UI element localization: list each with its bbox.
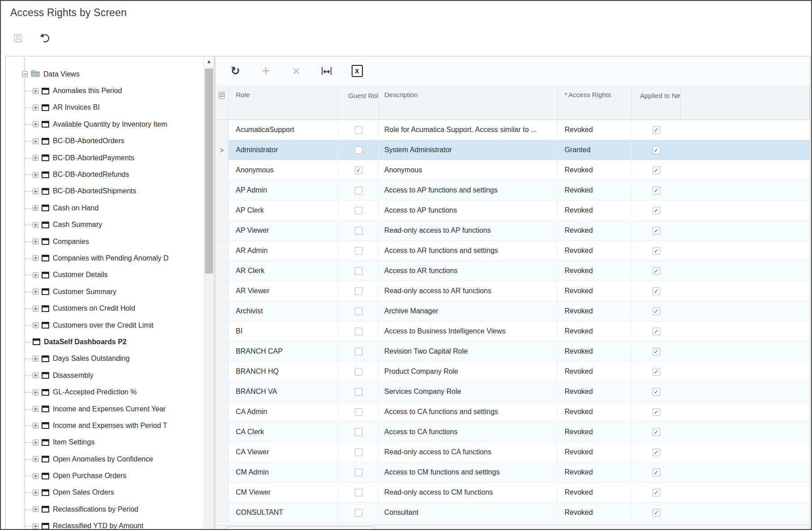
guest-role-checkbox[interactable] — [355, 408, 362, 416]
description-cell[interactable]: Access to Business Intelligence Views — [379, 321, 558, 342]
tree-item-open-purchase-orders[interactable]: Open Purchase Orders — [6, 467, 204, 484]
guest-role-checkbox[interactable] — [355, 328, 362, 335]
description-cell[interactable]: Anonymous — [379, 160, 558, 180]
guest-role-checkbox[interactable] — [355, 207, 362, 214]
tree-root-data-views[interactable]: Data Views — [6, 66, 204, 82]
access-rights-cell[interactable]: Revoked — [558, 201, 632, 221]
guest-role-checkbox[interactable] — [355, 287, 362, 295]
guest-role-checkbox[interactable] — [355, 348, 362, 355]
access-rights-cell[interactable]: Revoked — [558, 281, 632, 301]
grid-horizontal-scrollbar[interactable] — [215, 525, 810, 530]
role-cell[interactable]: AR Clerk — [229, 261, 339, 281]
collapse-expander-icon[interactable] — [22, 71, 28, 77]
scroll-up-button[interactable]: ▲ — [204, 56, 214, 66]
applied-to-nested-checkbox[interactable]: ✓ — [653, 287, 660, 295]
tree-item-cash-on-hand[interactable]: Cash on Hand — [6, 200, 204, 216]
tree-item-companies[interactable]: Companies — [6, 233, 204, 250]
refresh-button[interactable]: ↻ — [229, 64, 242, 78]
description-cell[interactable]: Product Company Role — [379, 362, 558, 382]
applied-to-nested-checkbox[interactable]: ✓ — [653, 408, 660, 416]
tree-item-income-and-expenses-current-year[interactable]: Income and Expenses Current Year — [6, 401, 204, 417]
expand-plus-icon[interactable] — [33, 506, 38, 512]
guest-role-checkbox[interactable] — [355, 146, 362, 154]
expand-plus-icon[interactable] — [33, 172, 38, 178]
row-indicator-cell[interactable] — [215, 281, 229, 301]
tree-item-open-sales-orders[interactable]: Open Sales Orders — [6, 484, 204, 501]
expand-plus-icon[interactable] — [33, 105, 38, 111]
tree-item-dataself-dashboards-p2[interactable]: DataSelf Dashboards P2 — [6, 333, 204, 350]
role-cell[interactable]: CA Admin — [229, 402, 339, 422]
description-cell[interactable]: Access to AR functions and settings — [379, 241, 558, 261]
access-rights-cell[interactable]: Revoked — [558, 503, 632, 523]
guest-role-checkbox[interactable] — [355, 187, 362, 194]
expand-plus-icon[interactable] — [33, 473, 38, 479]
applied-to-nested-checkbox[interactable]: ✓ — [653, 126, 660, 134]
description-cell[interactable]: Access to CA functions — [379, 422, 558, 442]
tree-item-income-and-expenses-with-period-t[interactable]: Income and Expenses with Period T — [6, 417, 204, 434]
grid-settings-header-cell[interactable] — [215, 86, 229, 120]
export-to-excel-button[interactable]: X — [350, 64, 364, 78]
save-button[interactable] — [10, 31, 26, 47]
description-cell[interactable]: Services Company Role — [379, 382, 558, 402]
row-indicator-cell[interactable] — [215, 382, 229, 402]
role-cell[interactable]: CA Clerk — [229, 422, 339, 442]
add-row-button[interactable]: + — [259, 64, 272, 78]
row-indicator-cell[interactable] — [215, 261, 229, 281]
expand-plus-icon[interactable] — [33, 222, 38, 228]
description-cell[interactable]: Consultant — [379, 503, 558, 523]
description-cell[interactable]: Read-only access to AP functions — [379, 221, 558, 241]
undo-button[interactable] — [38, 31, 53, 47]
row-indicator-cell[interactable] — [215, 321, 229, 342]
access-rights-cell[interactable]: Revoked — [558, 442, 632, 462]
role-cell[interactable]: CM Viewer — [229, 483, 339, 503]
access-rights-cell[interactable]: Revoked — [558, 221, 632, 241]
access-rights-cell[interactable]: Revoked — [558, 120, 632, 140]
expand-plus-icon[interactable] — [33, 239, 38, 244]
guest-role-checkbox[interactable] — [355, 428, 362, 436]
expand-plus-icon[interactable] — [33, 406, 38, 412]
role-cell[interactable]: AR Admin — [229, 241, 339, 261]
applied-to-nested-checkbox[interactable]: ✓ — [653, 388, 660, 396]
row-indicator-cell[interactable] — [215, 422, 229, 442]
role-cell[interactable]: BI — [229, 321, 339, 342]
role-cell[interactable]: CONSULTANT — [229, 503, 339, 523]
row-indicator-cell[interactable] — [215, 503, 229, 523]
guest-role-checkbox[interactable]: ✓ — [355, 167, 362, 174]
row-indicator-cell[interactable] — [215, 402, 229, 422]
tree-item-anomalies-this-period[interactable]: Anomalies this Period — [6, 82, 204, 99]
expand-plus-icon[interactable] — [33, 372, 38, 378]
access-rights-cell[interactable]: Revoked — [558, 160, 632, 180]
access-rights-cell[interactable]: Revoked — [558, 483, 632, 503]
guest-role-checkbox[interactable] — [355, 267, 362, 275]
applied-to-nested-checkbox[interactable]: ✓ — [653, 308, 660, 315]
access-rights-cell[interactable]: Revoked — [558, 301, 632, 321]
tree-scrollbar[interactable]: ▲ — [204, 56, 214, 530]
tree-scrollbar-thumb[interactable] — [205, 68, 213, 274]
row-indicator-cell[interactable] — [215, 160, 229, 180]
role-cell[interactable]: Archivist — [229, 301, 339, 321]
guest-role-checkbox[interactable] — [355, 308, 362, 315]
guest-role-checkbox[interactable] — [355, 469, 362, 476]
applied-to-nested-checkbox[interactable]: ✓ — [653, 167, 660, 174]
grid-hscroll-thumb[interactable] — [225, 526, 375, 530]
expand-plus-icon[interactable] — [33, 272, 38, 278]
role-cell[interactable]: Anonymous — [229, 160, 339, 180]
guest-role-checkbox[interactable] — [355, 449, 362, 456]
applied-to-nested-checkbox[interactable]: ✓ — [653, 449, 660, 456]
tree-item-days-sales-outstanding[interactable]: Days Sales Outstanding — [6, 350, 204, 367]
column-header-applied-to-nested[interactable]: Applied to Nested — [632, 86, 681, 120]
role-cell[interactable]: AcumaticaSupport — [229, 120, 339, 140]
column-header-role[interactable]: Role — [229, 86, 339, 120]
role-cell[interactable]: AP Admin — [229, 180, 339, 201]
tree-item-customer-summary[interactable]: Customer Summary — [6, 283, 204, 300]
expand-plus-icon[interactable] — [33, 356, 38, 362]
access-rights-cell[interactable]: Granted — [558, 140, 632, 160]
column-header-access-rights[interactable]: *Access Rights — [558, 86, 632, 120]
guest-role-checkbox[interactable] — [355, 489, 362, 496]
description-cell[interactable]: Revision Two Capital Role — [379, 342, 558, 362]
applied-to-nested-checkbox[interactable]: ✓ — [653, 207, 660, 214]
role-cell[interactable]: AP Viewer — [229, 221, 339, 241]
expand-plus-icon[interactable] — [33, 289, 38, 295]
tree-item-customers-over-the-credit-limit[interactable]: Customers over the Credit Limit — [6, 317, 204, 333]
column-header-description[interactable]: Description — [379, 86, 558, 120]
